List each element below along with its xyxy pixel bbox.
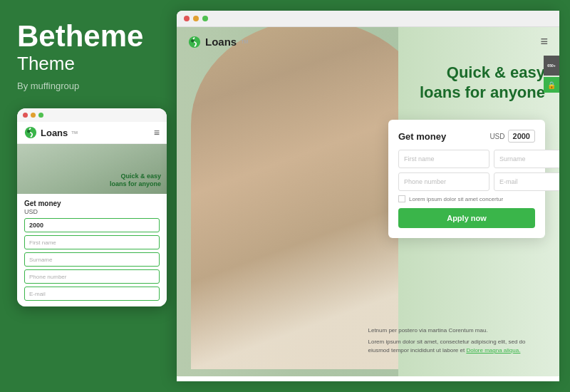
email-input[interactable]	[494, 172, 559, 191]
form-row-1	[398, 150, 535, 168]
desktop-content: Loans TM ≡ Quick & easy loans for anyone…	[177, 27, 559, 376]
mobile-mockup: Loans TM ≡ Quick & easy loans for anyone…	[17, 108, 167, 306]
woman-area	[177, 27, 398, 376]
mobile-dots-bar	[17, 108, 167, 122]
form-checkbox-label: Lorem ipsum dolor sit amet concertur	[409, 196, 503, 202]
mobile-email-input[interactable]	[24, 287, 160, 301]
form-checkbox-row: Lorem ipsum dolor sit amet concertur	[398, 195, 535, 202]
desktop-logo-text: Loans	[205, 36, 237, 48]
mobile-usd-label: USD	[24, 208, 160, 215]
desktop-dot-red	[184, 16, 190, 21]
form-row-2	[398, 172, 535, 191]
badge-lock-icon: 🔒	[544, 77, 559, 93]
brand-by: By muffingroup	[17, 81, 160, 91]
right-panel: Loans TM ≡ Quick & easy loans for anyone…	[177, 11, 559, 381]
usd-box: USD 2000	[489, 130, 535, 143]
surname-input[interactable]	[494, 150, 559, 168]
apply-now-button[interactable]: Apply now	[398, 208, 535, 228]
hero-headline-text: Quick & easy loans for anyone	[420, 63, 545, 102]
svg-point-1	[27, 130, 31, 133]
dot-red	[23, 113, 28, 118]
bottom-text: Letnum per postero via martina Corentum …	[368, 326, 546, 355]
form-card: Get money USD 2000 Lorem ipsum dolor sit…	[388, 120, 545, 238]
dot-green	[38, 113, 43, 118]
brand-subtitle: Theme	[17, 53, 160, 75]
desktop-logo: Loans TM	[188, 36, 248, 48]
mobile-phone-input[interactable]	[24, 269, 160, 284]
phone-input[interactable]	[398, 172, 489, 191]
svg-point-3	[191, 38, 195, 42]
mobile-firstname-input[interactable]	[24, 235, 160, 249]
usd-value: 2000	[508, 130, 535, 143]
firstname-input[interactable]	[398, 150, 489, 168]
left-panel: Betheme Theme By muffingroup Loans TM ≡	[0, 0, 177, 392]
mobile-logo: Loans TM	[24, 126, 78, 139]
mobile-hero-text: Quick & easy loans for anyone	[110, 172, 161, 188]
desktop-dots-bar	[177, 11, 559, 27]
hero-headline: Quick & easy loans for anyone	[420, 63, 545, 102]
mobile-get-money-label: Get money	[24, 200, 160, 207]
form-checkbox[interactable]	[398, 195, 405, 202]
mobile-nav: Loans TM ≡	[17, 122, 167, 144]
mobile-hero: Quick & easy loans for anyone	[17, 144, 167, 194]
mobile-logo-text: Loans	[41, 128, 68, 138]
bottom-link[interactable]: Dolore magna aliqua.	[466, 347, 520, 354]
mobile-hamburger-icon[interactable]: ≡	[154, 127, 160, 138]
bottom-text-line1: Letnum per postero via martina Corentum …	[368, 326, 546, 335]
desktop-logo-icon	[188, 36, 201, 48]
form-header: Get money USD 2000	[398, 130, 535, 143]
mobile-amount-input[interactable]	[24, 218, 160, 232]
get-money-label: Get money	[398, 131, 446, 142]
desktop-nav: Loans TM ≡	[177, 27, 559, 56]
bottom-text-line2: Lorem ipsum dolor sit amet, consectetur …	[368, 338, 546, 355]
mobile-form-area: Get money USD	[17, 194, 167, 306]
side-badge: 650+ 🔒	[544, 56, 559, 93]
mobile-surname-input[interactable]	[24, 252, 160, 267]
usd-label: USD	[489, 133, 504, 140]
desktop-dot-green	[202, 16, 208, 21]
woman-figure	[191, 27, 398, 369]
desktop-dot-yellow	[193, 16, 199, 21]
brand-title: Betheme	[17, 21, 160, 51]
loans-logo-icon	[24, 126, 37, 139]
badge-count: 650+	[544, 56, 559, 76]
desktop-hamburger-icon[interactable]: ≡	[540, 34, 548, 49]
dot-yellow	[31, 113, 36, 118]
